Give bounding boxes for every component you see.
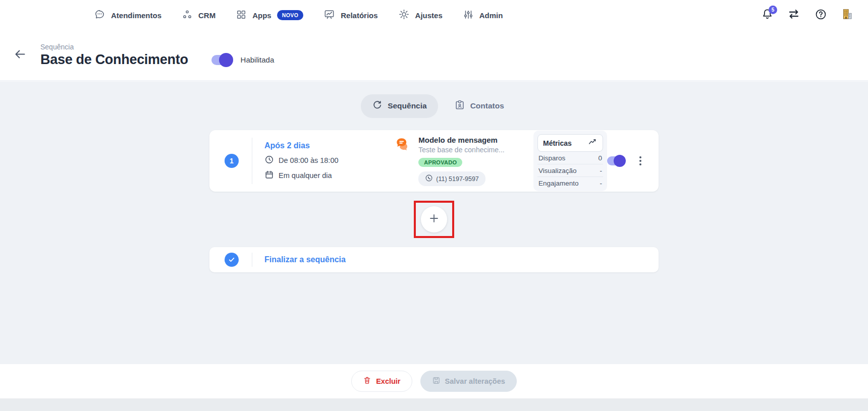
- page: Atendimentos CRM Apps NOVO Relatórios Aj…: [0, 0, 868, 411]
- notifications-button[interactable]: 5: [761, 9, 774, 22]
- clock-icon: [264, 155, 274, 166]
- tab-label: Contatos: [470, 101, 504, 110]
- notification-count-badge: 5: [769, 6, 777, 14]
- channel-phone-chip: (11) 5197-9597: [418, 171, 485, 186]
- message-bubbles-icon: [394, 136, 412, 186]
- add-step-button[interactable]: [421, 206, 447, 232]
- sliders-icon: [463, 9, 474, 22]
- metric-row-visualizacao: Visualização -: [537, 164, 603, 177]
- tabs: Sequência Contatos: [0, 81, 868, 118]
- divider: [252, 138, 252, 184]
- gear-icon: [398, 9, 410, 22]
- top-navigation: Atendimentos CRM Apps NOVO Relatórios Aj…: [0, 0, 868, 30]
- save-label: Salvar alterações: [445, 377, 505, 385]
- nav-item-apps[interactable]: Apps NOVO: [236, 9, 303, 22]
- sequence-step-card: 1 Após 2 dias De 08:00 às 18:00 Em qualq…: [209, 130, 659, 192]
- help-icon: [815, 8, 827, 23]
- metric-value: 0: [598, 154, 602, 162]
- message-texts: Modelo de mensagem Teste base de conheci…: [418, 136, 504, 186]
- finish-sequence-label[interactable]: Finalizar a sequência: [264, 255, 346, 264]
- novo-badge: NOVO: [277, 10, 304, 20]
- metric-label: Visualização: [538, 167, 577, 174]
- metric-value: -: [600, 167, 603, 174]
- back-arrow-icon: [13, 47, 27, 63]
- page-header: Sequência Base de Conhecimento Habilitad…: [0, 30, 868, 81]
- enabled-label: Habilitada: [241, 55, 275, 64]
- nav-item-crm[interactable]: CRM: [182, 9, 215, 22]
- tab-label: Sequência: [388, 101, 427, 110]
- swap-arrows-icon: [787, 8, 800, 23]
- title-block: Sequência Base de Conhecimento: [40, 43, 188, 68]
- tab-sequencia[interactable]: Sequência: [361, 94, 438, 118]
- page-title: Base de Conhecimento: [40, 52, 188, 68]
- sequence-enabled-toggle[interactable]: [211, 55, 232, 65]
- nav-label: Relatórios: [341, 11, 377, 20]
- time-range-row: De 08:00 às 18:00: [264, 155, 362, 166]
- breadcrumb: Sequência: [40, 43, 188, 51]
- nav-label: Admin: [479, 11, 503, 20]
- loop-icon: [372, 100, 383, 112]
- metric-row-disparos: Disparos 0: [537, 152, 603, 164]
- metric-value: -: [600, 180, 603, 187]
- switch-account-button[interactable]: [787, 9, 800, 22]
- tab-contatos[interactable]: Contatos: [451, 94, 507, 118]
- report-board-icon: [323, 9, 335, 22]
- contact-card-icon: [454, 99, 465, 112]
- metric-label: Disparos: [538, 154, 565, 162]
- metrics-box: Métricas Disparos 0 Visualização - Engaj…: [533, 131, 607, 191]
- add-step-area: [0, 201, 868, 238]
- content-area: Sequência Contatos 1 Após 2 dias De 08:0…: [0, 81, 868, 364]
- back-button[interactable]: [12, 48, 27, 63]
- nav-items: Atendimentos CRM Apps NOVO Relatórios Aj…: [94, 9, 503, 22]
- finish-sequence-card[interactable]: Finalizar a sequência: [209, 247, 659, 272]
- nav-label: Ajustes: [415, 11, 443, 20]
- save-icon: [432, 376, 441, 386]
- step-number-badge: 1: [225, 154, 239, 168]
- trend-line-icon: [588, 137, 598, 149]
- nav-item-admin[interactable]: Admin: [463, 9, 503, 22]
- schedule-column: Após 2 dias De 08:00 às 18:00 Em qualque…: [264, 141, 362, 181]
- nav-label: Atendimentos: [111, 11, 161, 20]
- message-model-title: Modelo de mensagem: [418, 136, 504, 144]
- save-button[interactable]: Salvar alterações: [420, 371, 517, 392]
- help-button[interactable]: [814, 9, 827, 22]
- check-icon: [225, 253, 239, 267]
- message-column: Modelo de mensagem Teste base de conheci…: [394, 136, 509, 186]
- grid-icon: [236, 9, 247, 22]
- delete-button[interactable]: Excluir: [351, 371, 412, 392]
- divider: [252, 253, 252, 267]
- step-menu-button[interactable]: [637, 154, 643, 167]
- bottom-strip: [0, 398, 868, 411]
- metric-row-engajamento: Engajamento -: [537, 177, 603, 189]
- step-delay-link[interactable]: Após 2 dias: [264, 141, 362, 150]
- organization-avatar[interactable]: [841, 9, 854, 22]
- chat-icon: [94, 9, 105, 22]
- days-text: Em qualquer dia: [279, 171, 332, 180]
- time-range-text: De 08:00 às 18:00: [279, 156, 339, 164]
- nav-label: Apps: [252, 11, 272, 20]
- message-model-name: Teste base de conhecime...: [418, 146, 504, 154]
- metrics-title: Métricas: [543, 139, 572, 147]
- days-row: Em qualquer dia: [264, 170, 362, 181]
- phone-number: (11) 5197-9597: [436, 175, 479, 183]
- delete-label: Excluir: [376, 377, 400, 385]
- org-nodes-icon: [182, 9, 193, 22]
- annotation-highlight-box: [414, 201, 454, 238]
- building-icon: [841, 8, 854, 23]
- nav-right-actions: 5: [761, 0, 854, 30]
- nav-item-atendimentos[interactable]: Atendimentos: [94, 9, 161, 22]
- plus-icon: [428, 212, 440, 226]
- step-enabled-toggle[interactable]: [607, 156, 624, 165]
- whatsapp-icon: [425, 174, 433, 184]
- nav-label: CRM: [198, 11, 215, 20]
- metrics-button[interactable]: Métricas: [537, 134, 603, 152]
- metric-label: Engajamento: [538, 180, 579, 187]
- enabled-toggle-wrap: Habilitada: [211, 55, 275, 65]
- status-badge: APROVADO: [418, 158, 462, 167]
- step-controls: [607, 154, 643, 167]
- nav-item-ajustes[interactable]: Ajustes: [398, 9, 443, 22]
- calendar-icon: [264, 170, 274, 181]
- footer-bar: Excluir Salvar alterações: [0, 364, 868, 398]
- nav-item-relatorios[interactable]: Relatórios: [323, 9, 377, 22]
- trash-icon: [363, 376, 371, 386]
